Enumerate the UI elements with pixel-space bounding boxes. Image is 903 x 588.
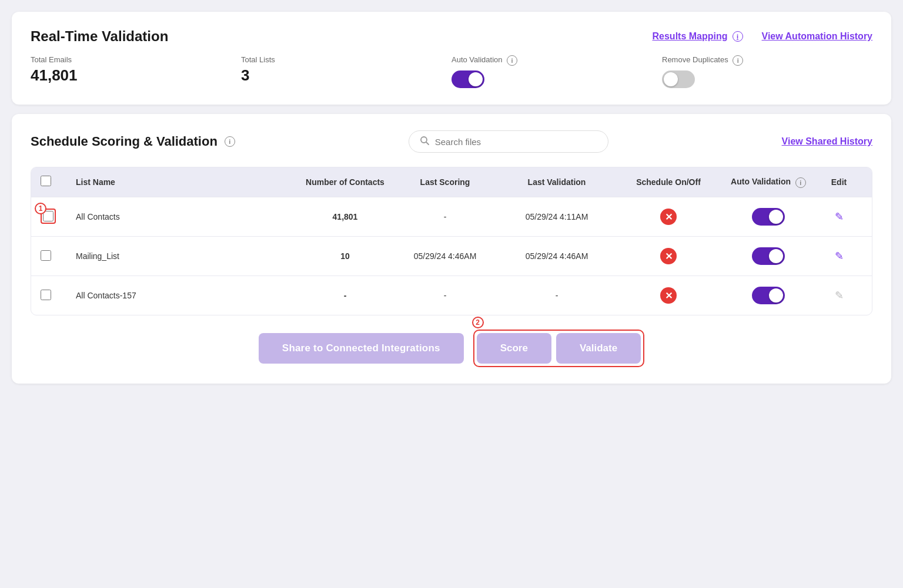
td-contacts-2: 10 <box>298 251 392 261</box>
table-wrapper: List Name Number of Contacts Last Scorin… <box>31 167 872 315</box>
results-mapping-label: Results Mapping <box>653 31 728 42</box>
total-emails-label: Total Emails <box>31 55 241 64</box>
page-title: Real-Time Validation <box>31 28 168 45</box>
td-edit-2: ✎ <box>815 250 862 263</box>
remove-duplicates-stat: Remove Duplicates i <box>662 55 872 88</box>
td-list-name-1: All Contacts <box>76 212 298 221</box>
edit-icon-2[interactable]: ✎ <box>835 250 844 263</box>
score-button[interactable]: Score <box>477 333 551 364</box>
th-number-of-contacts: Number of Contacts <box>298 177 392 187</box>
schedule-off-icon-1[interactable]: ✕ <box>660 209 677 225</box>
th-last-scoring: Last Scoring <box>392 177 498 187</box>
td-last-validation-2: 05/29/24 4:46AM <box>498 251 616 261</box>
th-schedule-on-off: Schedule On/Off <box>616 177 721 187</box>
td-checkbox-3 <box>41 290 76 302</box>
svg-line-1 <box>426 142 429 145</box>
td-edit-1: ✎ <box>815 210 862 223</box>
score-validate-group: 2 Score Validate <box>473 330 645 367</box>
auto-validation-knob <box>469 72 483 86</box>
td-auto-validation-2 <box>721 247 815 265</box>
cb-highlight-1: 1 <box>41 209 56 226</box>
th-last-validation: Last Validation <box>498 177 616 187</box>
view-automation-history-link[interactable]: View Automation History <box>762 31 872 42</box>
td-auto-validation-1 <box>721 208 815 226</box>
table-row: 1 All Contacts 41,801 - 05/29/24 4:11AM … <box>31 197 872 236</box>
remove-duplicates-label: Remove Duplicates i <box>662 55 743 66</box>
remove-duplicates-toggle[interactable] <box>662 70 695 88</box>
schedule-off-icon-3[interactable]: ✕ <box>660 287 677 304</box>
auto-validation-info-icon[interactable]: i <box>507 55 517 66</box>
td-contacts-3: - <box>298 291 392 300</box>
edit-icon-3: ✎ <box>835 289 844 302</box>
remove-duplicates-knob <box>664 72 678 86</box>
table-row: Mailing_List 10 05/29/24 4:46AM 05/29/24… <box>31 236 872 275</box>
annotation-1: 1 <box>35 203 46 214</box>
total-lists-value: 3 <box>241 66 452 85</box>
row-3-auto-validation-toggle[interactable] <box>752 287 785 304</box>
auto-validation-toggle[interactable] <box>452 70 484 88</box>
row-1-auto-validation-toggle[interactable] <box>752 208 785 226</box>
results-mapping-info-icon[interactable]: i <box>733 31 743 42</box>
td-last-validation-1: 05/29/24 4:11AM <box>498 212 616 221</box>
th-list-name: List Name <box>76 177 298 187</box>
edit-icon-1[interactable]: ✎ <box>835 210 844 223</box>
bottom-card: Schedule Scoring & Validation i View Sha… <box>12 114 891 384</box>
td-last-validation-3: - <box>498 291 616 300</box>
row-2-checkbox[interactable] <box>41 250 51 261</box>
td-schedule-2: ✕ <box>616 248 721 264</box>
results-mapping-link[interactable]: Results Mapping i <box>653 31 743 42</box>
search-icon <box>420 136 429 147</box>
row-3-checkbox[interactable] <box>41 290 51 300</box>
validate-button[interactable]: Validate <box>556 333 641 364</box>
search-box[interactable] <box>409 130 608 153</box>
td-contacts-1: 41,801 <box>298 212 392 221</box>
total-lists-stat: Total Lists 3 <box>241 55 452 85</box>
td-last-scoring-3: - <box>392 291 498 300</box>
td-schedule-1: ✕ <box>616 209 721 225</box>
td-last-scoring-2: 05/29/24 4:46AM <box>392 251 498 261</box>
td-checkbox-2 <box>41 250 76 263</box>
section-title-info-icon[interactable]: i <box>225 136 235 147</box>
annotation-2: 2 <box>472 317 484 328</box>
total-lists-label: Total Lists <box>241 55 452 64</box>
section-title-wrapper: Schedule Scoring & Validation i <box>31 134 235 149</box>
stats-row: Total Emails 41,801 Total Lists 3 Auto V… <box>31 55 872 88</box>
schedule-off-icon-2[interactable]: ✕ <box>660 248 677 264</box>
td-list-name-2: Mailing_List <box>76 251 298 261</box>
action-row: Share to Connected Integrations 2 Score … <box>31 330 872 367</box>
bottom-card-header: Schedule Scoring & Validation i View Sha… <box>31 130 872 153</box>
section-title: Schedule Scoring & Validation <box>31 134 218 149</box>
total-emails-stat: Total Emails 41,801 <box>31 55 241 85</box>
table-row: All Contacts-157 - - - ✕ ✎ <box>31 275 872 315</box>
td-list-name-3: All Contacts-157 <box>76 291 298 300</box>
top-card-header: Real-Time Validation Results Mapping i V… <box>31 28 872 45</box>
th-auto-validation-info-icon[interactable]: i <box>795 177 806 188</box>
auto-validation-label: Auto Validation i <box>452 55 517 66</box>
view-shared-history-link[interactable]: View Shared History <box>782 136 872 147</box>
th-auto-validation: Auto Validation i <box>721 176 815 187</box>
row-2-auto-validation-toggle[interactable] <box>752 247 785 265</box>
select-all-checkbox[interactable] <box>41 176 51 186</box>
td-schedule-3: ✕ <box>616 287 721 304</box>
search-input[interactable] <box>435 137 597 147</box>
total-emails-value: 41,801 <box>31 66 241 85</box>
th-checkbox <box>41 176 76 189</box>
table-header-row: List Name Number of Contacts Last Scorin… <box>31 167 872 197</box>
td-checkbox-1: 1 <box>41 209 76 226</box>
top-links: Results Mapping i View Automation Histor… <box>653 31 872 42</box>
td-auto-validation-3 <box>721 287 815 304</box>
th-edit: Edit <box>815 177 862 187</box>
share-button[interactable]: Share to Connected Integrations <box>259 333 464 364</box>
td-last-scoring-1: - <box>392 212 498 221</box>
remove-duplicates-info-icon[interactable]: i <box>733 55 743 66</box>
top-card: Real-Time Validation Results Mapping i V… <box>12 12 891 105</box>
td-edit-3: ✎ <box>815 289 862 302</box>
auto-validation-stat: Auto Validation i <box>452 55 662 88</box>
